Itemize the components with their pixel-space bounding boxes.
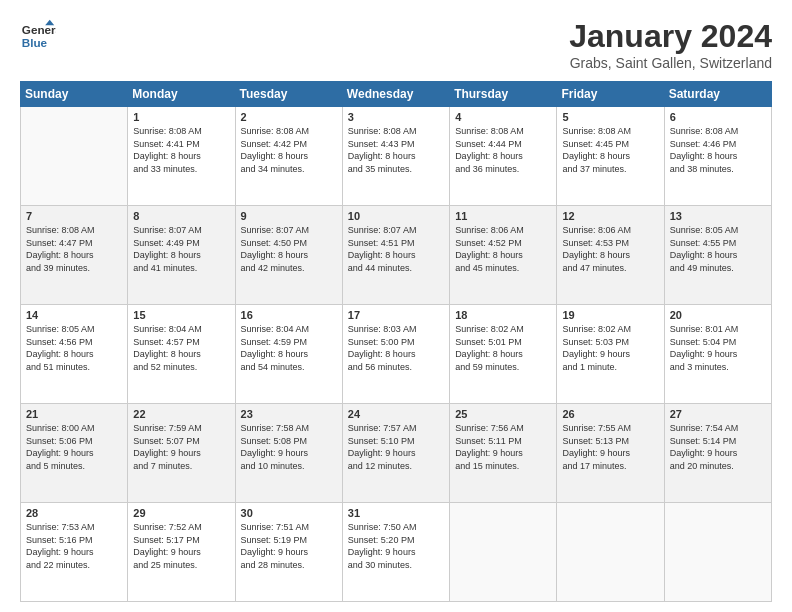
- day-info: Sunrise: 8:06 AM Sunset: 4:53 PM Dayligh…: [562, 224, 658, 274]
- day-number: 5: [562, 111, 658, 123]
- table-row: 9Sunrise: 8:07 AM Sunset: 4:50 PM Daylig…: [235, 206, 342, 305]
- day-info: Sunrise: 8:02 AM Sunset: 5:03 PM Dayligh…: [562, 323, 658, 373]
- table-row: 17Sunrise: 8:03 AM Sunset: 5:00 PM Dayli…: [342, 305, 449, 404]
- day-number: 29: [133, 507, 229, 519]
- table-row: [21, 107, 128, 206]
- col-friday: Friday: [557, 82, 664, 107]
- col-saturday: Saturday: [664, 82, 771, 107]
- day-info: Sunrise: 7:54 AM Sunset: 5:14 PM Dayligh…: [670, 422, 766, 472]
- table-row: [557, 503, 664, 602]
- calendar-week-row: 1Sunrise: 8:08 AM Sunset: 4:41 PM Daylig…: [21, 107, 772, 206]
- col-tuesday: Tuesday: [235, 82, 342, 107]
- table-row: 28Sunrise: 7:53 AM Sunset: 5:16 PM Dayli…: [21, 503, 128, 602]
- day-info: Sunrise: 8:08 AM Sunset: 4:47 PM Dayligh…: [26, 224, 122, 274]
- table-row: 7Sunrise: 8:08 AM Sunset: 4:47 PM Daylig…: [21, 206, 128, 305]
- day-info: Sunrise: 7:53 AM Sunset: 5:16 PM Dayligh…: [26, 521, 122, 571]
- table-row: 22Sunrise: 7:59 AM Sunset: 5:07 PM Dayli…: [128, 404, 235, 503]
- day-info: Sunrise: 8:08 AM Sunset: 4:45 PM Dayligh…: [562, 125, 658, 175]
- table-row: 16Sunrise: 8:04 AM Sunset: 4:59 PM Dayli…: [235, 305, 342, 404]
- col-thursday: Thursday: [450, 82, 557, 107]
- table-row: 23Sunrise: 7:58 AM Sunset: 5:08 PM Dayli…: [235, 404, 342, 503]
- day-info: Sunrise: 8:08 AM Sunset: 4:41 PM Dayligh…: [133, 125, 229, 175]
- table-row: 10Sunrise: 8:07 AM Sunset: 4:51 PM Dayli…: [342, 206, 449, 305]
- table-row: 18Sunrise: 8:02 AM Sunset: 5:01 PM Dayli…: [450, 305, 557, 404]
- day-number: 27: [670, 408, 766, 420]
- table-row: [450, 503, 557, 602]
- day-number: 28: [26, 507, 122, 519]
- table-row: 6Sunrise: 8:08 AM Sunset: 4:46 PM Daylig…: [664, 107, 771, 206]
- table-row: 30Sunrise: 7:51 AM Sunset: 5:19 PM Dayli…: [235, 503, 342, 602]
- day-number: 24: [348, 408, 444, 420]
- table-row: 26Sunrise: 7:55 AM Sunset: 5:13 PM Dayli…: [557, 404, 664, 503]
- day-info: Sunrise: 7:51 AM Sunset: 5:19 PM Dayligh…: [241, 521, 337, 571]
- day-number: 9: [241, 210, 337, 222]
- day-info: Sunrise: 7:58 AM Sunset: 5:08 PM Dayligh…: [241, 422, 337, 472]
- day-info: Sunrise: 8:06 AM Sunset: 4:52 PM Dayligh…: [455, 224, 551, 274]
- day-number: 18: [455, 309, 551, 321]
- day-number: 12: [562, 210, 658, 222]
- day-number: 1: [133, 111, 229, 123]
- table-row: 4Sunrise: 8:08 AM Sunset: 4:44 PM Daylig…: [450, 107, 557, 206]
- table-row: 11Sunrise: 8:06 AM Sunset: 4:52 PM Dayli…: [450, 206, 557, 305]
- day-info: Sunrise: 7:55 AM Sunset: 5:13 PM Dayligh…: [562, 422, 658, 472]
- table-row: 27Sunrise: 7:54 AM Sunset: 5:14 PM Dayli…: [664, 404, 771, 503]
- day-info: Sunrise: 8:07 AM Sunset: 4:51 PM Dayligh…: [348, 224, 444, 274]
- day-info: Sunrise: 7:50 AM Sunset: 5:20 PM Dayligh…: [348, 521, 444, 571]
- table-row: 8Sunrise: 8:07 AM Sunset: 4:49 PM Daylig…: [128, 206, 235, 305]
- calendar-week-row: 28Sunrise: 7:53 AM Sunset: 5:16 PM Dayli…: [21, 503, 772, 602]
- day-number: 31: [348, 507, 444, 519]
- day-number: 14: [26, 309, 122, 321]
- calendar-week-row: 7Sunrise: 8:08 AM Sunset: 4:47 PM Daylig…: [21, 206, 772, 305]
- table-row: [664, 503, 771, 602]
- day-info: Sunrise: 8:08 AM Sunset: 4:42 PM Dayligh…: [241, 125, 337, 175]
- table-row: 15Sunrise: 8:04 AM Sunset: 4:57 PM Dayli…: [128, 305, 235, 404]
- table-row: 24Sunrise: 7:57 AM Sunset: 5:10 PM Dayli…: [342, 404, 449, 503]
- day-info: Sunrise: 8:08 AM Sunset: 4:44 PM Dayligh…: [455, 125, 551, 175]
- day-info: Sunrise: 7:56 AM Sunset: 5:11 PM Dayligh…: [455, 422, 551, 472]
- day-info: Sunrise: 8:07 AM Sunset: 4:50 PM Dayligh…: [241, 224, 337, 274]
- day-number: 4: [455, 111, 551, 123]
- day-info: Sunrise: 8:00 AM Sunset: 5:06 PM Dayligh…: [26, 422, 122, 472]
- day-number: 3: [348, 111, 444, 123]
- table-row: 2Sunrise: 8:08 AM Sunset: 4:42 PM Daylig…: [235, 107, 342, 206]
- day-number: 30: [241, 507, 337, 519]
- day-info: Sunrise: 8:08 AM Sunset: 4:43 PM Dayligh…: [348, 125, 444, 175]
- logo: General Blue: [20, 18, 56, 54]
- table-row: 20Sunrise: 8:01 AM Sunset: 5:04 PM Dayli…: [664, 305, 771, 404]
- day-number: 11: [455, 210, 551, 222]
- day-info: Sunrise: 8:01 AM Sunset: 5:04 PM Dayligh…: [670, 323, 766, 373]
- day-number: 16: [241, 309, 337, 321]
- col-wednesday: Wednesday: [342, 82, 449, 107]
- col-sunday: Sunday: [21, 82, 128, 107]
- page-subtitle: Grabs, Saint Gallen, Switzerland: [569, 55, 772, 71]
- day-number: 23: [241, 408, 337, 420]
- header-row: Sunday Monday Tuesday Wednesday Thursday…: [21, 82, 772, 107]
- table-row: 29Sunrise: 7:52 AM Sunset: 5:17 PM Dayli…: [128, 503, 235, 602]
- day-number: 25: [455, 408, 551, 420]
- day-info: Sunrise: 8:05 AM Sunset: 4:56 PM Dayligh…: [26, 323, 122, 373]
- table-row: 31Sunrise: 7:50 AM Sunset: 5:20 PM Dayli…: [342, 503, 449, 602]
- day-number: 10: [348, 210, 444, 222]
- day-number: 7: [26, 210, 122, 222]
- day-number: 8: [133, 210, 229, 222]
- table-row: 21Sunrise: 8:00 AM Sunset: 5:06 PM Dayli…: [21, 404, 128, 503]
- day-number: 22: [133, 408, 229, 420]
- logo-icon: General Blue: [20, 18, 56, 54]
- page: General Blue January 2024 Grabs, Saint G…: [0, 0, 792, 612]
- day-number: 15: [133, 309, 229, 321]
- calendar-table: Sunday Monday Tuesday Wednesday Thursday…: [20, 81, 772, 602]
- day-number: 13: [670, 210, 766, 222]
- table-row: 3Sunrise: 8:08 AM Sunset: 4:43 PM Daylig…: [342, 107, 449, 206]
- table-row: 1Sunrise: 8:08 AM Sunset: 4:41 PM Daylig…: [128, 107, 235, 206]
- day-info: Sunrise: 8:05 AM Sunset: 4:55 PM Dayligh…: [670, 224, 766, 274]
- header: General Blue January 2024 Grabs, Saint G…: [20, 18, 772, 71]
- calendar-week-row: 14Sunrise: 8:05 AM Sunset: 4:56 PM Dayli…: [21, 305, 772, 404]
- table-row: 12Sunrise: 8:06 AM Sunset: 4:53 PM Dayli…: [557, 206, 664, 305]
- col-monday: Monday: [128, 82, 235, 107]
- page-title: January 2024: [569, 18, 772, 55]
- calendar-week-row: 21Sunrise: 8:00 AM Sunset: 5:06 PM Dayli…: [21, 404, 772, 503]
- table-row: 5Sunrise: 8:08 AM Sunset: 4:45 PM Daylig…: [557, 107, 664, 206]
- day-number: 19: [562, 309, 658, 321]
- day-info: Sunrise: 8:08 AM Sunset: 4:46 PM Dayligh…: [670, 125, 766, 175]
- table-row: 14Sunrise: 8:05 AM Sunset: 4:56 PM Dayli…: [21, 305, 128, 404]
